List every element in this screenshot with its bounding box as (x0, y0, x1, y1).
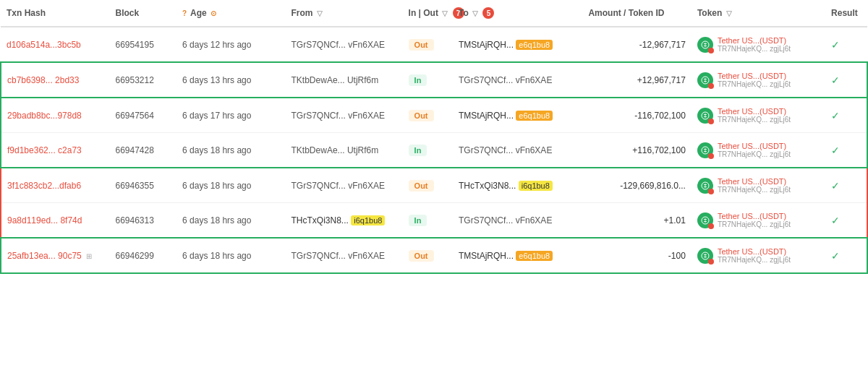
block-link[interactable]: 66953212 (115, 75, 153, 85)
token-info: Tether US...(USDT)TR7NHajeKQ... zgjLj6t (718, 212, 791, 228)
txn-hash-cell: cb7b6398... 2bd33 (1, 62, 109, 98)
result-cell: ✓ (825, 203, 867, 239)
col-header-inout: In | Out ▽ 7 (403, 0, 453, 27)
result-cell: ✓ (825, 98, 867, 133)
block-link[interactable]: 66954195 (115, 40, 153, 50)
block-cell: 66947564 (109, 98, 176, 133)
to-highlight: i6q1bu8 (519, 181, 553, 191)
result-cell: ✓ (825, 133, 867, 168)
block-link[interactable]: 66946313 (115, 215, 153, 225)
to-badge: 5 (482, 7, 494, 19)
block-link[interactable]: 66947564 (115, 111, 153, 121)
block-cell: 66953212 (109, 62, 176, 98)
age-question-icon: ? (182, 9, 187, 17)
age-cell: 6 days 18 hrs ago (176, 133, 285, 168)
token-icon (697, 37, 713, 53)
inout-cell: Out (403, 98, 453, 133)
token-name: Tether US...(USDT) (718, 142, 791, 150)
txn-hash-link[interactable]: 9a8d119ed... 8f74d (7, 215, 82, 225)
token-id: TR7NHajeKQ... zgjLj6t (718, 150, 791, 158)
to-highlight: e6q1bu8 (516, 111, 553, 121)
col-header-from: From ▽ (286, 0, 403, 27)
from-filter-icon[interactable]: ▽ (317, 9, 323, 17)
token-cell: Tether US...(USDT)TR7NHajeKQ... zgjLj6t (692, 203, 825, 239)
token-info: Tether US...(USDT)TR7NHajeKQ... zgjLj6t (718, 107, 791, 124)
amount-cell: +12,967,717 (582, 62, 691, 98)
block-cell: 66946313 (109, 203, 176, 239)
block-link[interactable]: 66946355 (115, 181, 153, 191)
token-icon (697, 248, 713, 264)
inout-badge: In (409, 215, 427, 226)
token-filter-icon[interactable]: ▽ (726, 9, 732, 17)
txn-hash-link[interactable]: 25afb13ea... 90c75 (7, 251, 82, 261)
token-info: Tether US...(USDT)TR7NHajeKQ... zgjLj6t (718, 72, 791, 88)
txn-hash-link[interactable]: 29badb8bc...978d8 (7, 111, 82, 121)
table-row: 9a8d119ed... 8f74d669463136 days 18 hrs … (1, 203, 867, 239)
col-header-txnhash: Txn Hash (1, 0, 109, 27)
amount-cell: -116,702,100 (582, 98, 691, 133)
inout-filter-icon[interactable]: ▽ (442, 9, 448, 17)
age-cell: 6 days 17 hrs ago (176, 98, 285, 133)
to-cell: TGrS7QNCf... vFn6XAE (453, 203, 582, 239)
table-row: 3f1c883cb2...dfab6669463556 days 18 hrs … (1, 168, 867, 203)
inout-badge: In (409, 74, 427, 86)
token-id: TR7NHajeKQ... zgjLj6t (718, 80, 791, 88)
token-icon (697, 142, 713, 158)
token-id: TR7NHajeKQ... zgjLj6t (718, 220, 791, 228)
table-row: cb7b6398... 2bd33669532126 days 13 hrs a… (1, 62, 867, 98)
col-header-block: Block (109, 0, 176, 27)
txn-hash-link[interactable]: f9d1be362... c2a73 (7, 145, 82, 155)
block-link[interactable]: 66946299 (115, 251, 153, 261)
to-filter-icon[interactable]: ▽ (472, 9, 478, 17)
token-info: Tether US...(USDT)TR7NHajeKQ... zgjLj6t (718, 36, 791, 53)
token-icon (697, 212, 713, 228)
table-row: 29badb8bc...978d8669475646 days 17 hrs a… (1, 98, 867, 133)
to-highlight: e6q1bu8 (516, 251, 553, 261)
result-cell: ✓ (825, 62, 867, 98)
inout-cell: In (403, 203, 453, 239)
txn-hash-link[interactable]: d106a514a...3bc5b (7, 40, 81, 50)
inout-badge: Out (409, 250, 434, 262)
to-cell: TGrS7QNCf... vFn6XAE (453, 133, 582, 168)
txn-hash-link[interactable]: 3f1c883cb2...dfab6 (7, 181, 81, 191)
inout-cell: In (403, 62, 453, 98)
token-name: Tether US...(USDT) (718, 72, 791, 80)
from-highlight: i6q1bu8 (351, 215, 385, 225)
token-name: Tether US...(USDT) (718, 247, 791, 256)
to-cell: TMStAjRQH... e6q1bu8 (453, 238, 582, 273)
age-info-icon: ⊙ (210, 9, 216, 17)
age-cell: 6 days 12 hrs ago (176, 27, 285, 62)
token-cell: Tether US...(USDT)TR7NHajeKQ... zgjLj6t (692, 62, 825, 98)
token-name: Tether US...(USDT) (718, 177, 791, 186)
inout-cell: Out (403, 168, 453, 203)
table-row: d106a514a...3bc5b669541956 days 12 hrs a… (1, 27, 867, 62)
token-cell: Tether US...(USDT)TR7NHajeKQ... zgjLj6t (692, 27, 825, 62)
col-header-amount: Amount / Token ID (582, 0, 691, 27)
from-cell: THcTxQi3N8... i6q1bu8 (286, 203, 403, 239)
amount-cell: -129,669,816.0... (582, 168, 691, 203)
block-link[interactable]: 66947428 (115, 145, 153, 155)
table-row: f9d1be362... c2a73669474286 days 18 hrs … (1, 133, 867, 168)
token-info: Tether US...(USDT)TR7NHajeKQ... zgjLj6t (718, 177, 791, 194)
col-header-result: Result (825, 0, 867, 27)
to-cell: THcTxQi3N8... i6q1bu8 (453, 168, 582, 203)
from-cell: TGrS7QNCf... vFn6XAE (286, 27, 403, 62)
txn-hash-cell: 29badb8bc...978d8 (1, 98, 109, 133)
token-name: Tether US...(USDT) (718, 107, 791, 116)
txn-hash-cell: 25afb13ea... 90c75 ⊞ (1, 238, 109, 273)
txn-hash-link[interactable]: cb7b6398... 2bd33 (7, 75, 79, 85)
copy-icon[interactable]: ⊞ (84, 252, 92, 260)
inout-badge: Out (409, 39, 434, 51)
transactions-table-container: Txn Hash Block ? Age ⊙ From ▽ In | Out ▽ (0, 0, 868, 274)
token-icon (697, 72, 713, 88)
to-addr: TMStAjRQH... (459, 40, 516, 50)
token-info: Tether US...(USDT)TR7NHajeKQ... zgjLj6t (718, 247, 791, 264)
from-cell: TKtbDewAe... UtjRf6m (286, 133, 403, 168)
token-icon (697, 108, 713, 124)
to-addr: TMStAjRQH... (459, 251, 516, 261)
from-cell: TGrS7QNCf... vFn6XAE (286, 98, 403, 133)
result-cell: ✓ (825, 168, 867, 203)
inout-badge: Out (409, 180, 434, 192)
inout-cell: Out (403, 27, 453, 62)
token-cell: Tether US...(USDT)TR7NHajeKQ... zgjLj6t (692, 133, 825, 168)
